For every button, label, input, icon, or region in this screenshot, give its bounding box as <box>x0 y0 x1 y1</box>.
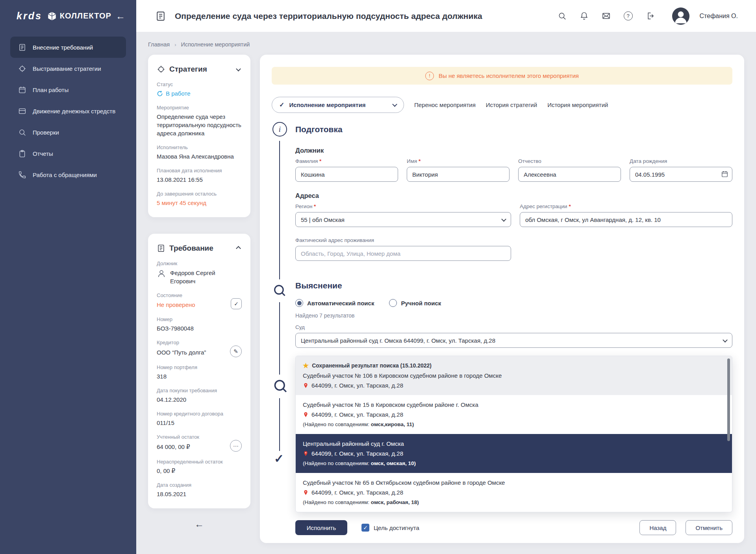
logout-icon[interactable] <box>646 11 655 20</box>
avatar-person-icon <box>672 7 689 25</box>
footer-actions: Исполнить ✓ Цель достигнута Назад Отмени… <box>295 520 732 535</box>
sidebar-menu: Внесение требований Выстраивание стратег… <box>0 37 136 185</box>
chevron-down-icon <box>501 216 506 222</box>
radio-manual-label: Ручной поиск <box>401 300 441 307</box>
verify-checkbox-button[interactable]: ✓ <box>231 298 242 309</box>
warning-text: Вы не являетесь исполнителем этого мероп… <box>439 72 579 79</box>
goal-checkbox[interactable]: ✓ <box>361 524 369 532</box>
mail-icon[interactable] <box>602 11 611 20</box>
check-step-icon: ✓ <box>274 452 284 465</box>
claim-panel: Требование Должник Федоров Сергей Егоров… <box>148 234 250 508</box>
balance-more-button[interactable]: ··· <box>230 440 242 452</box>
pin-icon <box>303 382 309 389</box>
fact-address-label: Фактический адрес проживания <box>295 237 511 243</box>
claim-collapse-button[interactable] <box>235 243 242 253</box>
court-option[interactable]: Судебный участок № 15 в Кировском судебн… <box>296 395 732 434</box>
star-icon: ★ <box>303 361 309 371</box>
sidebar-item-reports[interactable]: Отчеты <box>10 143 126 164</box>
content-area: Главная › Исполнение мероприятий Стратег… <box>136 32 756 554</box>
strategy-collapse-button[interactable] <box>235 64 242 74</box>
court-option-saved[interactable]: ★ Сохраненный результат поиска (15.10.20… <box>296 356 732 395</box>
person-icon <box>157 269 166 278</box>
help-icon[interactable] <box>624 11 633 20</box>
contract-number-label: Номер кредитного договора <box>157 411 242 417</box>
fact-address-input[interactable] <box>295 246 511 261</box>
chevron-down-icon <box>723 337 728 342</box>
contract-number-value: 011/15 <box>157 419 242 427</box>
edit-creditor-button[interactable]: ✎ <box>230 345 242 357</box>
court-option-address: 644099, г. Омск, ул. Тарская, д.28 <box>311 410 403 419</box>
court-select[interactable]: Центральный районный суд г. Омска 644099… <box>295 333 732 348</box>
sidebar-collapse-arrow-icon[interactable]: ← <box>116 11 125 22</box>
court-dropdown-list: ★ Сохраненный результат поиска (15.10.20… <box>295 356 732 512</box>
court-field: Суд Центральный районный суд г. Омска 64… <box>295 324 732 348</box>
firstname-input[interactable] <box>407 167 510 182</box>
panels-back-arrow-icon[interactable]: ← <box>148 519 250 530</box>
court-label: Суд <box>295 324 732 330</box>
sidebar-item-label: Проверки <box>33 129 59 136</box>
pin-icon <box>303 411 309 418</box>
radio-manual-search[interactable]: Ручной поиск <box>389 299 441 307</box>
registration-address-label: Адрес регистрации <box>520 203 732 209</box>
calendar-icon[interactable] <box>721 170 728 178</box>
sidebar-item-strategy-building[interactable]: Выстраивание стратегии <box>10 58 126 79</box>
cancel-button[interactable]: Отменить <box>686 520 732 535</box>
fact-address-field: Фактический адрес проживания <box>295 237 511 261</box>
search-step-icon <box>272 378 289 394</box>
chevron-down-icon <box>236 66 241 72</box>
pin-icon <box>303 450 309 457</box>
dropdown-scrollbar[interactable] <box>727 358 730 441</box>
logo-product-name: КОЛЛЕКТОР <box>60 11 111 20</box>
step-connector-line <box>279 302 280 375</box>
purchase-date-value: 04.12.2020 <box>157 395 242 404</box>
court-option[interactable]: Судебный участок № 65 в Октябрьском суде… <box>296 473 732 512</box>
search-icon[interactable] <box>558 11 567 20</box>
tab-execution-dropdown[interactable]: ✓ Исполнение мероприятия <box>272 97 404 113</box>
bell-icon[interactable] <box>580 11 589 20</box>
court-option-match: (Найдено по совпадениям: омск, омская, 1… <box>303 458 716 468</box>
investigation-title: Выяснение <box>295 278 732 293</box>
sidebar-item-checks[interactable]: Проверки <box>10 122 126 143</box>
tab-strategy-history[interactable]: История стратегий <box>486 102 537 108</box>
creditor-value: ООО “Путь долга” <box>157 348 206 356</box>
court-option-selected[interactable]: Центральный районный суд г. Омска 644099… <box>296 434 732 473</box>
created-date-label: Дата создания <box>157 482 242 488</box>
portfolio-value: 318 <box>157 372 242 380</box>
registration-address-input[interactable] <box>520 212 732 227</box>
unallocated-label: Нераспределенный остаток <box>157 459 242 465</box>
event-label: Мероприятие <box>157 105 242 111</box>
sidebar-item-work-plan[interactable]: План работы <box>10 79 126 100</box>
breadcrumb-current: Исполнение мероприятий <box>181 41 250 48</box>
sidebar-item-appeals[interactable]: Работа с обращениями <box>10 164 126 185</box>
tab-event-history[interactable]: История мероприятий <box>547 102 608 108</box>
balance-label: Учтенный остаток <box>157 434 242 440</box>
avatar[interactable] <box>672 7 689 25</box>
sidebar-item-claims-entry[interactable]: Внесение требований <box>10 37 126 58</box>
tab-transfer[interactable]: Перенос мероприятия <box>414 102 476 108</box>
page-document-icon <box>155 11 166 22</box>
back-button[interactable]: Назад <box>639 520 676 535</box>
sidebar-item-label: Выстраивание стратегии <box>33 65 101 72</box>
execute-button[interactable]: Исполнить <box>295 520 347 535</box>
sidebar-item-money-movement[interactable]: Движение денежных стредств <box>10 100 126 122</box>
region-field: Регион 55 | обл Омская <box>295 203 511 227</box>
ellipsis-icon: ··· <box>233 443 239 449</box>
active-tab-label: Исполнение мероприятия <box>289 102 365 108</box>
breadcrumb-home[interactable]: Главная <box>148 41 170 48</box>
document-icon <box>157 244 165 253</box>
phone-icon <box>18 171 26 179</box>
middlename-input[interactable] <box>518 167 621 182</box>
target-icon <box>18 65 26 73</box>
court-option-address: 644099, г. Омск, ул. Тарская, д.28 <box>311 380 403 390</box>
court-value: Центральный районный суд г. Омска 644099… <box>301 337 495 344</box>
region-select[interactable]: 55 | обл Омская <box>295 212 511 227</box>
radio-auto-search[interactable]: Автоматический поиск <box>295 299 374 307</box>
court-option-title: Судебный участок № 106 в Кировском судеб… <box>303 371 716 380</box>
address-group-label: Адреса <box>295 192 732 199</box>
right-column: Определение суда через территориальную п… <box>136 0 756 554</box>
sidebar: krds КОЛЛЕКТОР ← Внесение требований Выс… <box>0 0 136 554</box>
birthdate-input[interactable] <box>630 167 732 182</box>
debtor-value: Федоров Сергей Егорович <box>170 269 242 285</box>
lastname-input[interactable] <box>295 167 398 182</box>
user-name[interactable]: Стефания О. <box>700 13 738 20</box>
